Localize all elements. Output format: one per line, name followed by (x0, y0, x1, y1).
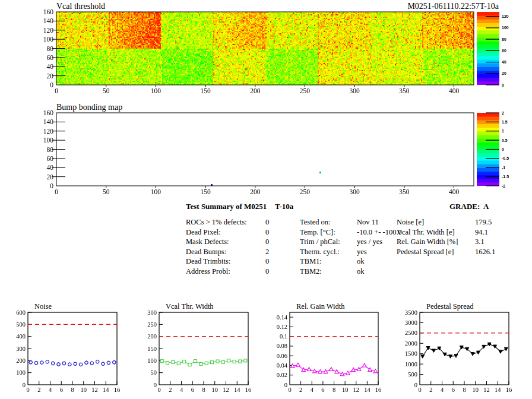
x-tick-label: 4 (49, 387, 52, 393)
y-tick-label: 0.08 (277, 343, 287, 349)
data-marker (40, 361, 43, 364)
y-tick-label: 0.1 (280, 333, 287, 340)
colorbar-tick-label: 80 (502, 37, 506, 42)
x-tick-label: 8 (202, 387, 205, 393)
y-tick-label: 100 (43, 36, 54, 43)
colorbar-tick-label: 120 (502, 14, 509, 18)
data-marker (362, 363, 366, 367)
x-tick-label: 250 (300, 188, 311, 195)
data-marker (188, 363, 191, 366)
x-tick-label: 6 (321, 387, 324, 393)
colorbar-tick-label: 2 (502, 111, 504, 115)
x-tick-label: 350 (399, 87, 410, 94)
y-tick-label: 40 (47, 63, 54, 70)
y-tick-label: 50 (151, 369, 157, 376)
x-tick-label: 6 (191, 387, 194, 393)
colorbar-tick-label: 0.5 (502, 138, 508, 142)
colorbar-tick-label: 60 (502, 49, 506, 53)
x-tick-label: 16 (245, 387, 252, 393)
y-tick-label: 500 (408, 371, 417, 378)
y-tick-label: 0.04 (277, 362, 288, 369)
colorbar-tick-label: 1.5 (502, 120, 508, 124)
x-tick-label: 300 (350, 87, 360, 94)
x-tick-label: 6 (452, 387, 455, 393)
data-marker (107, 361, 110, 364)
y-tick-label: 120 (43, 128, 54, 135)
y-tick-label: 100 (43, 137, 54, 144)
data-marker (307, 368, 311, 371)
data-marker (57, 363, 60, 366)
y-tick-label: 0.06 (277, 353, 287, 359)
data-marker (113, 361, 116, 364)
colorbar-tick-label: 20 (502, 71, 506, 75)
x-tick-label: 14 (234, 387, 240, 393)
data-marker (238, 360, 241, 363)
data-marker (90, 362, 93, 365)
x-tick-label: 4 (311, 387, 314, 393)
y-tick-label: 150 (147, 346, 157, 352)
data-marker (205, 362, 208, 365)
data-marker (62, 362, 65, 365)
x-tick-label: 2 (299, 387, 302, 393)
x-tick-label: 0 (55, 87, 58, 94)
data-marker (233, 360, 236, 363)
y-tick-label: 200 (16, 357, 26, 364)
x-tick-label: 14 (495, 387, 501, 393)
y-tick-label: 250 (147, 321, 157, 328)
y-tick-label: 0.12 (277, 324, 287, 330)
data-marker (74, 362, 77, 365)
y-tick-label: 500 (16, 321, 26, 328)
data-marker (46, 360, 49, 363)
y-tick-label: 0.02 (277, 372, 287, 378)
data-marker (421, 355, 425, 359)
y-tick-label: 100 (147, 357, 157, 364)
y-tick-label: 0 (50, 81, 53, 88)
y-tick-label: 3500 (405, 309, 417, 316)
x-tick-label: 4 (180, 387, 183, 393)
y-tick-label: 100 (16, 369, 26, 376)
y-tick-label: 60 (47, 54, 54, 61)
x-tick-label: 12 (91, 387, 98, 393)
colorbar-tick-label: -1 (502, 166, 505, 170)
y-tick-label: 400 (16, 333, 26, 340)
plot-frame (290, 312, 378, 385)
y-tick-label: 140 (43, 17, 54, 24)
data-marker (52, 362, 55, 365)
data-marker (34, 362, 37, 365)
data-marker (227, 359, 230, 362)
data-marker (471, 353, 474, 356)
x-tick-label: 150 (200, 87, 211, 94)
y-tick-label: 20 (47, 72, 54, 80)
x-tick-label: 250 (300, 87, 311, 94)
data-marker (79, 363, 82, 366)
y-tick-label: 80 (47, 45, 54, 52)
data-marker (296, 363, 300, 366)
y-tick-label: 300 (16, 346, 26, 352)
data-marker (211, 361, 214, 364)
y-tick-label: 60 (47, 155, 54, 162)
x-tick-label: 350 (399, 188, 410, 195)
y-tick-label: 0 (50, 182, 53, 189)
plot-frame (56, 113, 474, 186)
x-tick-label: 8 (463, 387, 466, 393)
data-marker (499, 350, 502, 354)
data-marker (85, 361, 88, 364)
x-tick-label: 10 (81, 387, 87, 393)
y-tick-label: 0 (284, 382, 287, 388)
colorbar-tick-label: 40 (502, 60, 506, 64)
x-tick-label: 10 (342, 387, 349, 393)
data-marker (244, 359, 247, 362)
x-tick-label: 2 (169, 387, 172, 393)
y-tick-label: 2000 (405, 340, 417, 347)
x-tick-label: 6 (60, 387, 63, 393)
data-marker (96, 360, 99, 363)
y-tick-label: 80 (47, 146, 54, 153)
y-tick-label: 160 (43, 109, 54, 116)
x-tick-label: 200 (250, 188, 261, 195)
x-tick-label: 100 (151, 188, 162, 195)
x-tick-label: 200 (250, 87, 261, 94)
data-marker (335, 370, 339, 373)
y-tick-label: 300 (147, 309, 157, 316)
data-marker (346, 371, 350, 375)
x-tick-label: 8 (71, 387, 74, 393)
